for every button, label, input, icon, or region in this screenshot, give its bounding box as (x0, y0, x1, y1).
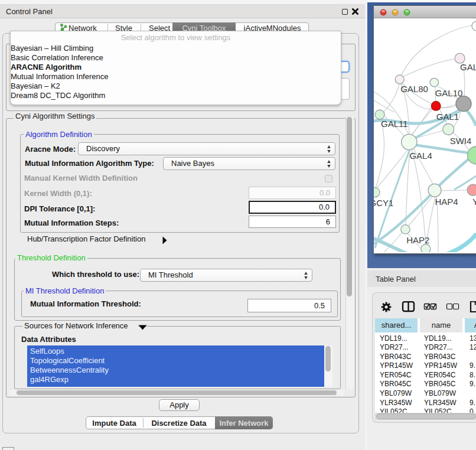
svg-text:GAL11: GAL11 (381, 119, 408, 129)
svg-text:Y: Y (472, 197, 476, 207)
svg-text:GAL7: GAL7 (460, 62, 476, 72)
svg-text:GAL1: GAL1 (436, 112, 459, 122)
svg-text:GAL10: GAL10 (435, 88, 463, 98)
svg-text:GCY1: GCY1 (374, 198, 393, 208)
svg-text:GAL80: GAL80 (400, 84, 428, 94)
svg-text:HAP4: HAP4 (435, 197, 458, 207)
svg-text:SWI4: SWI4 (450, 136, 472, 146)
svg-text:HAP2: HAP2 (406, 235, 429, 245)
svg-text:GAL4: GAL4 (409, 151, 432, 161)
